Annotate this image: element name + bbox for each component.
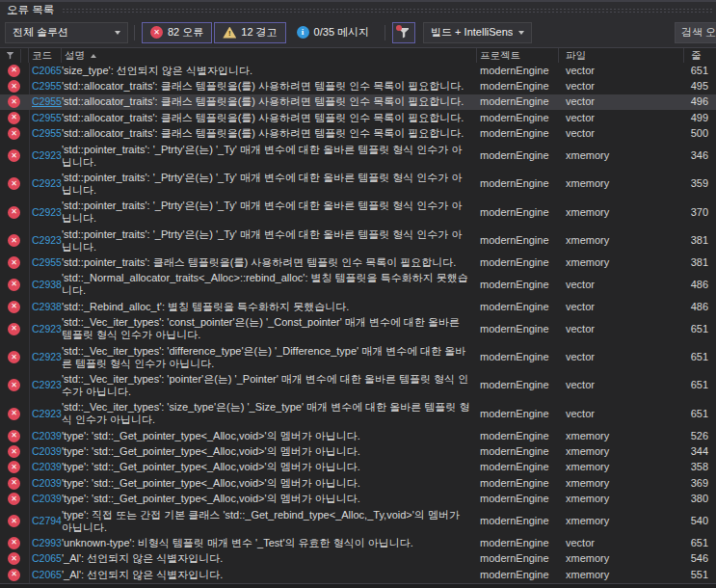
table-row[interactable]: C2065'_Al': 선언되지 않은 식별자입니다.modernEnginex… xyxy=(0,567,716,582)
error-code-link[interactable]: C2923 xyxy=(32,149,62,161)
errors-filter-button[interactable]: 82 오류 xyxy=(142,22,212,43)
error-code-link[interactable]: C2923 xyxy=(32,408,62,419)
table-row[interactable]: C2923'std::pointer_traits': '_Ptrty'은(는)… xyxy=(0,227,716,254)
column-header-file[interactable]: 파일 xyxy=(559,48,684,63)
source-dropdown-value: 빌드 + IntelliSense xyxy=(431,25,513,40)
table-row[interactable]: C2065'_Al': 선언되지 않은 식별자입니다.modernEnginex… xyxy=(0,551,716,567)
table-row[interactable]: C2065'size_type': 선언되지 않은 식별자입니다.modernE… xyxy=(0,63,716,78)
column-header-line[interactable]: 줄 xyxy=(684,48,716,63)
error-code-link[interactable]: C2039 xyxy=(32,461,62,472)
table-row[interactable]: C2794'type': 직접 또는 간접 기본 클래스 'std::_Get_… xyxy=(0,507,716,535)
table-row[interactable]: C2955'std::allocator_traits': 클래스 템플릿을(를… xyxy=(0,110,716,125)
file-cell: vector xyxy=(559,379,684,391)
error-code-link[interactable]: C2923 xyxy=(32,351,62,362)
error-code-link[interactable]: C2039 xyxy=(32,430,62,441)
table-row[interactable]: C2923'std::_Vec_iter_types': 'pointer'은(… xyxy=(0,371,716,399)
messages-filter-button[interactable]: 0/35 메시지 xyxy=(288,22,378,43)
column-header-severity[interactable] xyxy=(0,48,29,63)
error-icon xyxy=(8,127,20,140)
column-header-description[interactable]: 설명 xyxy=(62,48,477,63)
code-cell: C2039 xyxy=(29,445,62,458)
error-code-link[interactable]: C2955 xyxy=(32,80,62,92)
description-cell: 'std::_Vec_iter_types': 'pointer'은(는) '_… xyxy=(62,373,477,398)
table-row[interactable]: C2938'std::_Normal_allocator_traits<_All… xyxy=(0,271,716,299)
table-row[interactable]: C2955'std::pointer_traits': 클래스 템플릿을(를) … xyxy=(0,254,716,270)
column-header-project[interactable]: 프로젝트 xyxy=(477,48,559,63)
table-row[interactable]: C2039'type': 'std::_Get_pointer_type<_Al… xyxy=(0,428,716,443)
error-code-link[interactable]: C2993 xyxy=(32,537,62,548)
table-row[interactable]: C2955'std::allocator_traits': 클래스 템플릿을(를… xyxy=(0,78,716,94)
severity-cell xyxy=(0,430,29,442)
table-row[interactable]: C2039'type': 'std::_Get_pointer_type<_Al… xyxy=(0,460,716,475)
error-icon xyxy=(8,323,20,335)
chevron-down-icon xyxy=(518,31,524,35)
error-code-link[interactable]: C2923 xyxy=(32,206,62,218)
toolbar-separator xyxy=(385,25,385,40)
severity-cell xyxy=(0,301,29,313)
filter-button[interactable] xyxy=(392,22,415,43)
description-cell: 'type': 'std::_Get_pointer_type<_Alloc,v… xyxy=(62,477,477,490)
error-code-link[interactable]: C2039 xyxy=(32,493,62,504)
error-code-link[interactable]: C2923 xyxy=(32,323,62,334)
table-row[interactable]: C2923'std::pointer_traits': '_Ptrty'은(는)… xyxy=(0,142,716,170)
scope-dropdown[interactable]: 전체 솔루션 xyxy=(5,22,128,43)
file-cell: xmemory xyxy=(559,149,684,162)
file-cell: vector xyxy=(559,301,684,313)
panel-bottom-border xyxy=(0,583,716,588)
code-cell: C2993 xyxy=(29,537,62,549)
table-row[interactable]: C2039'type': 'std::_Get_pointer_type<_Al… xyxy=(0,492,716,507)
error-code-link[interactable]: C2955 xyxy=(32,127,62,139)
column-header-project-label: 프로젝트 xyxy=(480,49,520,63)
severity-cell xyxy=(0,80,29,93)
search-input[interactable]: 검색 오류 목록 xyxy=(675,22,716,43)
table-row[interactable]: C2993'unknown-type': 비형식 템플릿 매개 변수 '_Tes… xyxy=(0,535,716,550)
file-cell: vector xyxy=(559,351,684,363)
table-row[interactable]: C2938'std::_Rebind_alloc_t': 별칭 템플릿을 특수화… xyxy=(0,299,716,314)
error-code-link[interactable]: C2923 xyxy=(32,379,62,390)
severity-cell xyxy=(0,65,29,77)
error-code-link[interactable]: C2065 xyxy=(32,65,62,76)
file-cell: xmemory xyxy=(559,493,684,505)
error-code-link[interactable]: C2938 xyxy=(32,279,62,290)
error-icon xyxy=(8,445,20,458)
chevron-down-icon xyxy=(115,31,120,35)
source-dropdown[interactable]: 빌드 + IntelliSense xyxy=(423,22,532,43)
code-cell: C2065 xyxy=(29,569,62,581)
warnings-filter-button[interactable]: 12 경고 xyxy=(214,22,285,43)
error-code-link[interactable]: C2039 xyxy=(32,445,62,457)
table-row[interactable]: C2923'std::pointer_traits': '_Ptrty'은(는)… xyxy=(0,199,716,227)
project-cell: modernEngine xyxy=(477,177,559,190)
table-row[interactable]: C2955'std::allocator_traits': 클래스 템플릿을(를… xyxy=(0,94,716,110)
error-icon xyxy=(8,515,20,527)
error-code-link[interactable]: C2794 xyxy=(32,515,62,526)
table-row[interactable]: C2039'type': 'std::_Get_pointer_type<_Al… xyxy=(0,443,716,459)
table-row[interactable]: C2923'std::pointer_traits': '_Ptrty'은(는)… xyxy=(0,170,716,198)
line-cell: 651 xyxy=(684,537,716,549)
table-row[interactable]: C2923'std::_Vec_iter_types': 'const_poin… xyxy=(0,315,716,343)
error-code-link[interactable]: C2955 xyxy=(32,256,62,268)
error-list-panel: 오류 목록 전체 솔루션 82 오류 12 경고 0/35 메시지 빌드 + I… xyxy=(0,0,716,588)
error-code-link[interactable]: C2955 xyxy=(32,112,62,123)
description-cell: 'std::pointer_traits': '_Ptrty'은(는) '_Ty… xyxy=(62,200,477,225)
error-icon xyxy=(8,149,20,162)
filter-icon xyxy=(398,27,410,39)
table-row[interactable]: C2039'type': 'std::_Get_pointer_type<_Al… xyxy=(0,475,716,491)
column-header-code[interactable]: 코드 xyxy=(29,48,62,63)
project-cell: modernEngine xyxy=(477,80,559,93)
error-code-link[interactable]: C2065 xyxy=(32,569,62,580)
table-row[interactable]: C2955'std::allocator_traits': 클래스 템플릿을(를… xyxy=(0,126,716,142)
table-row[interactable]: C2923'std::_Vec_iter_types': 'size_type'… xyxy=(0,400,716,428)
error-code-link[interactable]: C2065 xyxy=(32,552,62,564)
error-code-link[interactable]: C2938 xyxy=(32,301,62,312)
severity-cell xyxy=(0,279,29,291)
error-code-link[interactable]: C2923 xyxy=(32,177,62,189)
table-row[interactable]: C2923'std::_Vec_iter_types': 'difference… xyxy=(0,343,716,371)
error-code-link[interactable]: C2955 xyxy=(32,95,62,107)
drag-grip[interactable] xyxy=(62,8,714,14)
error-code-link[interactable]: C2039 xyxy=(32,477,62,489)
error-code-link[interactable]: C2923 xyxy=(32,234,62,246)
error-icon xyxy=(8,65,20,77)
description-cell: 'type': 'std::_Get_pointer_type<_Alloc,v… xyxy=(62,445,477,458)
warnings-filter-label: 12 경고 xyxy=(241,25,277,40)
line-cell: 381 xyxy=(684,256,716,269)
